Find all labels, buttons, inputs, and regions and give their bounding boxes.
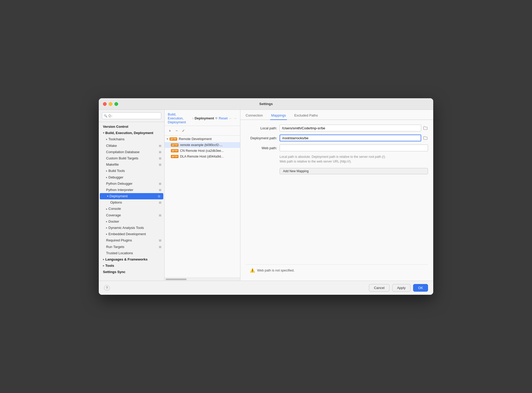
grid-icon: ▤ bbox=[159, 144, 161, 148]
sidebar-item-label: Dynamic Analysis Tools bbox=[108, 226, 144, 230]
sidebar-item-label: Embedded Development bbox=[108, 232, 146, 236]
breadcrumb-current: Deployment bbox=[195, 116, 214, 120]
breadcrumb-parent[interactable]: Build, Execution, Deployment bbox=[168, 112, 191, 124]
grid-icon: ▤ bbox=[159, 157, 161, 160]
add-mapping-button[interactable]: Add New Mapping bbox=[280, 168, 428, 174]
tab-mappings[interactable]: Mappings bbox=[270, 112, 287, 120]
sidebar-item-build-tools[interactable]: ▸ Build Tools bbox=[99, 168, 164, 174]
apply-label: Apply bbox=[397, 286, 406, 290]
sidebar-item-label: Toolchains bbox=[108, 137, 124, 142]
chevron-down-icon: ▾ bbox=[103, 131, 104, 135]
sidebar-item-docker[interactable]: ▸ Docker bbox=[99, 218, 164, 225]
sidebar-item-toolchains[interactable]: ▸ Toolchains bbox=[99, 136, 164, 142]
sidebar-item-console[interactable]: ▸ Console bbox=[99, 206, 164, 212]
sidebar-item-coverage[interactable]: Coverage ▤ bbox=[99, 212, 164, 218]
ok-button[interactable]: OK bbox=[413, 284, 428, 292]
minimize-button[interactable] bbox=[109, 102, 112, 106]
sidebar-item-dynamic-analysis[interactable]: ▸ Dynamic Analysis Tools bbox=[99, 225, 164, 231]
chevron-right-icon: ▸ bbox=[106, 226, 107, 230]
close-button[interactable] bbox=[103, 102, 107, 106]
help-button[interactable]: ? bbox=[104, 285, 110, 291]
sidebar-item-label: Trusted Locations bbox=[106, 251, 133, 256]
right-panel: Connection Mappings Excluded Paths Local… bbox=[240, 110, 433, 281]
back-arrow[interactable]: ← bbox=[229, 116, 232, 120]
sftp-badge: SFTP bbox=[171, 155, 178, 158]
mappings-form: Local path: Deployment path: bbox=[240, 120, 433, 281]
tabs-row: Connection Mappings Excluded Paths bbox=[240, 112, 433, 120]
confirm-button[interactable]: ✓ bbox=[180, 128, 187, 134]
sidebar-item-label: Custom Build Targets bbox=[106, 156, 138, 161]
sftp-badge: SFTP bbox=[171, 149, 178, 152]
ok-label: OK bbox=[418, 286, 423, 290]
sidebar-item-makefile[interactable]: Makefile ▤ bbox=[99, 161, 164, 168]
server-group-header[interactable]: ▾ SFTP Remote Development bbox=[165, 136, 240, 142]
scrollbar-thumb bbox=[166, 279, 187, 280]
sidebar-item-label: CMake bbox=[106, 143, 117, 148]
forward-arrow[interactable]: → bbox=[233, 116, 237, 120]
deployment-path-row: Deployment path: bbox=[246, 135, 428, 141]
horizontal-scrollbar[interactable] bbox=[165, 278, 240, 281]
chevron-right-icon: ▸ bbox=[106, 220, 107, 223]
check-icon: ✓ bbox=[182, 129, 185, 133]
server-item-label: remote example (b090ccf2-... bbox=[180, 143, 223, 147]
sidebar-item-trusted-locations[interactable]: Trusted Locations bbox=[99, 250, 164, 256]
web-path-input-wrap bbox=[280, 145, 428, 151]
maximize-button[interactable] bbox=[114, 102, 118, 106]
sidebar-item-debugger[interactable]: ▸ Debugger bbox=[99, 174, 164, 181]
grid-icon: ▤ bbox=[159, 245, 161, 249]
sidebar-item-run-targets[interactable]: Run Targets ▤ bbox=[99, 244, 164, 250]
tab-connection[interactable]: Connection bbox=[245, 112, 264, 120]
remove-server-button[interactable]: − bbox=[174, 128, 180, 134]
deployment-path-input-wrap bbox=[280, 135, 428, 141]
server-item-2[interactable]: SFTP DLA Remote Host (d044a9d... bbox=[165, 154, 240, 159]
sidebar-item-languages-frameworks[interactable]: ▸ Languages & Frameworks bbox=[99, 256, 164, 263]
web-path-input[interactable] bbox=[280, 145, 428, 151]
sidebar-item-options[interactable]: Options ▤ bbox=[99, 199, 164, 206]
reset-button[interactable]: Reset bbox=[219, 116, 228, 120]
apply-button[interactable]: Apply bbox=[392, 284, 411, 292]
chevron-right-icon: ▸ bbox=[106, 207, 107, 211]
sidebar-item-python-interpreter[interactable]: Python Interpreter ▤ bbox=[99, 187, 164, 193]
cancel-button[interactable]: Cancel bbox=[369, 284, 389, 292]
nav-arrows: ← → bbox=[229, 116, 237, 120]
sidebar-item-embedded-dev[interactable]: ▸ Embedded Development bbox=[99, 231, 164, 237]
breadcrumb: Build, Execution, Deployment › Deploymen… bbox=[168, 112, 218, 124]
search-input[interactable] bbox=[102, 112, 161, 119]
grid-icon: ▤ bbox=[159, 182, 161, 186]
window-title: Settings bbox=[259, 102, 273, 106]
sftp-badge: SFTP bbox=[170, 137, 177, 141]
sidebar-item-cmake[interactable]: CMake ▤ bbox=[99, 143, 164, 149]
sidebar-item-build-exec-deploy[interactable]: ▾ Build, Execution, Deployment bbox=[99, 130, 164, 136]
add-mapping-label: Add New Mapping bbox=[283, 169, 309, 173]
chevron-down-icon: ▾ bbox=[167, 137, 168, 140]
sidebar-item-tools[interactable]: ▸ Tools bbox=[99, 263, 164, 269]
sidebar-item-compilation-db[interactable]: Compilation Database ▤ bbox=[99, 149, 164, 155]
sidebar-item-settings-sync[interactable]: Settings Sync bbox=[99, 269, 164, 275]
breadcrumb-separator: › bbox=[192, 116, 193, 120]
settings-window: Settings 🔍 Version Control ▾ Build, Exec… bbox=[99, 98, 433, 295]
local-path-input[interactable] bbox=[280, 125, 421, 131]
tab-excluded-paths[interactable]: Excluded Paths bbox=[293, 112, 319, 120]
server-item-0[interactable]: SFTP remote example (b090ccf2-... bbox=[165, 142, 240, 148]
sidebar-item-required-plugins[interactable]: Required Plugins ▤ bbox=[99, 237, 164, 244]
chevron-right-icon: ▸ bbox=[106, 176, 107, 179]
local-path-row: Local path: bbox=[246, 125, 428, 131]
web-path-row: Web path: bbox=[246, 145, 428, 151]
sidebar-item-deployment[interactable]: ▾ Deployment ▤ bbox=[100, 193, 163, 199]
add-server-button[interactable]: + bbox=[167, 128, 173, 134]
server-toolbar: + − ✓ bbox=[165, 126, 240, 136]
chevron-right-icon: ▸ bbox=[103, 258, 104, 261]
server-group-label: Remote Development bbox=[179, 137, 212, 141]
folder-browse-icon[interactable] bbox=[423, 125, 428, 131]
chevron-right-icon: ▸ bbox=[106, 169, 107, 173]
server-item-1[interactable]: SFTP CN Remote Host (ca2db3ee... bbox=[165, 148, 240, 154]
sidebar-item-python-debugger[interactable]: Python Debugger ▤ bbox=[99, 181, 164, 187]
sidebar-item-version-control[interactable]: Version Control bbox=[99, 124, 164, 130]
warning-icon: ⚠️ bbox=[250, 268, 255, 273]
sidebar: 🔍 Version Control ▾ Build, Execution, De… bbox=[99, 110, 165, 281]
sidebar-item-label: Required Plugins bbox=[106, 238, 132, 243]
sidebar-item-label: Debugger bbox=[108, 175, 123, 180]
sidebar-item-custom-build-targets[interactable]: Custom Build Targets ▤ bbox=[99, 155, 164, 161]
folder-browse-icon[interactable] bbox=[423, 135, 428, 141]
deployment-path-input[interactable] bbox=[280, 135, 421, 141]
